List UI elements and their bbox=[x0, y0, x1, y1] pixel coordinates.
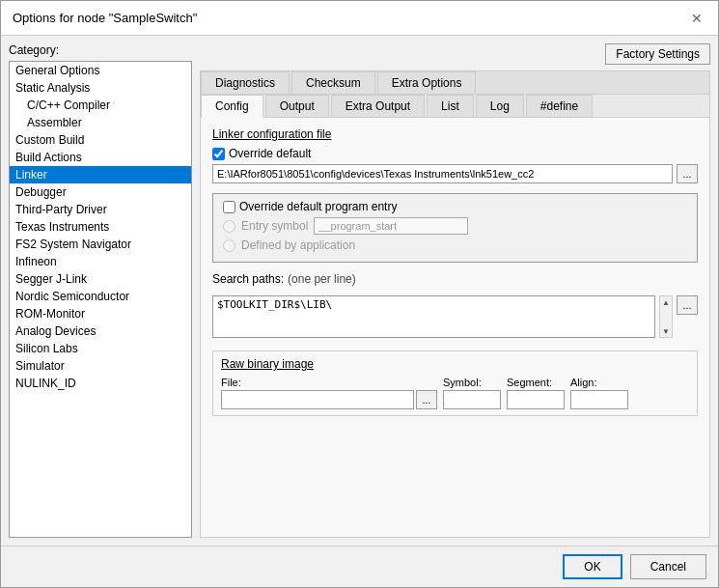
scroll-up-arrow[interactable]: ▲ bbox=[659, 296, 673, 308]
sidebar-item-general-options[interactable]: General Options bbox=[10, 62, 191, 79]
dialog-body: Category: General OptionsStatic Analysis… bbox=[1, 36, 718, 546]
rb-symbol-label: Symbol: bbox=[443, 377, 501, 388]
sidebar-item-static-analysis[interactable]: Static Analysis bbox=[10, 79, 191, 97]
tab-config[interactable]: Config bbox=[201, 95, 263, 118]
dialog: Options for node "SampleSwitch" ✕ Catego… bbox=[0, 0, 719, 588]
raw-binary-label: Raw binary image bbox=[221, 357, 689, 371]
rb-segment-field: Segment: bbox=[507, 377, 565, 409]
category-label: Category: bbox=[9, 43, 192, 57]
raw-binary-fields-row: File: ... Symbol: Se bbox=[221, 377, 689, 409]
program-entry-section: Override default program entry Entry sym… bbox=[212, 193, 698, 263]
rb-segment-label: Segment: bbox=[507, 377, 565, 388]
search-paths-header: Search paths: (one per line) bbox=[212, 272, 698, 290]
sidebar-item-build-actions[interactable]: Build Actions bbox=[10, 149, 191, 166]
sidebar-item-nordic-semiconductor[interactable]: Nordic Semiconductor bbox=[10, 288, 191, 305]
entry-symbol-label: Entry symbol bbox=[241, 219, 308, 233]
search-paths-wrapper bbox=[212, 295, 655, 341]
entry-symbol-input bbox=[314, 217, 468, 235]
sidebar-item-simulator[interactable]: Simulator bbox=[10, 357, 191, 375]
rb-file-input[interactable] bbox=[221, 390, 414, 409]
override-program-row: Override default program entry bbox=[223, 200, 687, 213]
rb-browse-button[interactable]: ... bbox=[416, 390, 437, 409]
sidebar-item-nulink-id[interactable]: NULINK_ID bbox=[10, 375, 191, 392]
cancel-button[interactable]: Cancel bbox=[630, 554, 706, 579]
sidebar-item-texas-instruments[interactable]: Texas Instruments bbox=[10, 218, 191, 236]
entry-symbol-row: Entry symbol bbox=[223, 217, 687, 235]
rb-segment-input[interactable] bbox=[507, 390, 565, 409]
sidebar-item-analog-devices[interactable]: Analog Devices bbox=[10, 322, 191, 340]
search-paths-area: ▲ ▼ ... bbox=[212, 295, 698, 341]
search-paths-hint: (one per line) bbox=[288, 272, 356, 286]
dialog-title: Options for node "SampleSwitch" bbox=[13, 11, 197, 25]
entry-symbol-radio bbox=[223, 220, 235, 233]
sidebar-item-linker[interactable]: Linker bbox=[10, 166, 191, 183]
override-program-label: Override default program entry bbox=[239, 200, 397, 213]
tab-output[interactable]: Output bbox=[265, 95, 329, 117]
content-area: DiagnosticsChecksumExtra Options ConfigO… bbox=[200, 70, 710, 538]
sidebar-item-custom-build[interactable]: Custom Build bbox=[10, 131, 191, 149]
search-paths-label: Search paths: bbox=[212, 272, 284, 286]
file-browse-button[interactable]: ... bbox=[677, 164, 698, 183]
tab-list[interactable]: List bbox=[427, 95, 474, 117]
rb-symbol-input[interactable] bbox=[443, 390, 501, 409]
sidebar-item-third-party-driver[interactable]: Third-Party Driver bbox=[10, 201, 191, 218]
search-browse-button[interactable]: ... bbox=[677, 295, 698, 315]
tab-extra-output[interactable]: Extra Output bbox=[331, 95, 425, 117]
tab-define[interactable]: #define bbox=[526, 95, 593, 117]
search-scrollbar: ▲ ▼ bbox=[659, 295, 673, 338]
rb-file-input-row: ... bbox=[221, 390, 437, 409]
panel-content: Linker configuration file Override defau… bbox=[201, 118, 709, 537]
scroll-down-arrow[interactable]: ▼ bbox=[659, 325, 673, 337]
dialog-footer: OK Cancel bbox=[1, 546, 718, 587]
main-panel: Factory Settings DiagnosticsChecksumExtr… bbox=[200, 43, 710, 538]
file-path-row: ... bbox=[212, 164, 698, 183]
sidebar: Category: General OptionsStatic Analysis… bbox=[9, 43, 192, 538]
top-tabs-row: DiagnosticsChecksumExtra Options bbox=[201, 71, 709, 95]
bottom-tabs-row: ConfigOutputExtra OutputListLog#define bbox=[201, 95, 709, 118]
sidebar-item-assembler[interactable]: Assembler bbox=[10, 114, 191, 131]
search-paths-textarea[interactable] bbox=[212, 295, 655, 338]
defined-by-app-row: Defined by application bbox=[223, 238, 687, 252]
tab-extra-options[interactable]: Extra Options bbox=[377, 71, 477, 94]
sidebar-item-fs2-system-navigator[interactable]: FS2 System Navigator bbox=[10, 236, 191, 253]
sidebar-item-infineon[interactable]: Infineon bbox=[10, 253, 191, 270]
rb-align-label: Align: bbox=[570, 377, 628, 388]
factory-settings-button[interactable]: Factory Settings bbox=[605, 43, 710, 65]
defined-by-app-label: Defined by application bbox=[241, 238, 355, 252]
defined-by-app-radio bbox=[223, 239, 235, 252]
tab-log[interactable]: Log bbox=[476, 95, 524, 117]
sidebar-list: General OptionsStatic AnalysisC/C++ Comp… bbox=[9, 61, 192, 538]
sidebar-item-debugger[interactable]: Debugger bbox=[10, 183, 191, 201]
rb-align-input[interactable] bbox=[570, 390, 628, 409]
rb-file-field: File: ... bbox=[221, 377, 437, 409]
sidebar-item-segger-j-link[interactable]: Segger J-Link bbox=[10, 270, 191, 288]
factory-settings-row: Factory Settings bbox=[200, 43, 710, 65]
linker-config-label: Linker configuration file bbox=[212, 127, 698, 141]
sidebar-item-silicon-labs[interactable]: Silicon Labs bbox=[10, 340, 191, 357]
override-default-checkbox[interactable] bbox=[212, 148, 225, 160]
title-bar: Options for node "SampleSwitch" ✕ bbox=[1, 1, 718, 36]
rb-symbol-field: Symbol: bbox=[443, 377, 501, 409]
sidebar-item-rom-monitor[interactable]: ROM-Monitor bbox=[10, 305, 191, 322]
sidebar-item-c-cpp-compiler[interactable]: C/C++ Compiler bbox=[10, 97, 191, 114]
rb-align-field: Align: bbox=[570, 377, 628, 409]
raw-binary-section: Raw binary image File: ... Symbol: bbox=[212, 350, 698, 416]
ok-button[interactable]: OK bbox=[563, 554, 622, 579]
close-button[interactable]: ✕ bbox=[687, 9, 706, 28]
rb-file-label: File: bbox=[221, 377, 437, 388]
file-path-input[interactable] bbox=[212, 164, 673, 183]
override-default-row: Override default bbox=[212, 147, 698, 160]
override-default-label: Override default bbox=[229, 147, 311, 160]
tab-checksum[interactable]: Checksum bbox=[291, 71, 375, 94]
tab-diagnostics[interactable]: Diagnostics bbox=[201, 71, 290, 94]
override-program-checkbox[interactable] bbox=[223, 201, 235, 213]
